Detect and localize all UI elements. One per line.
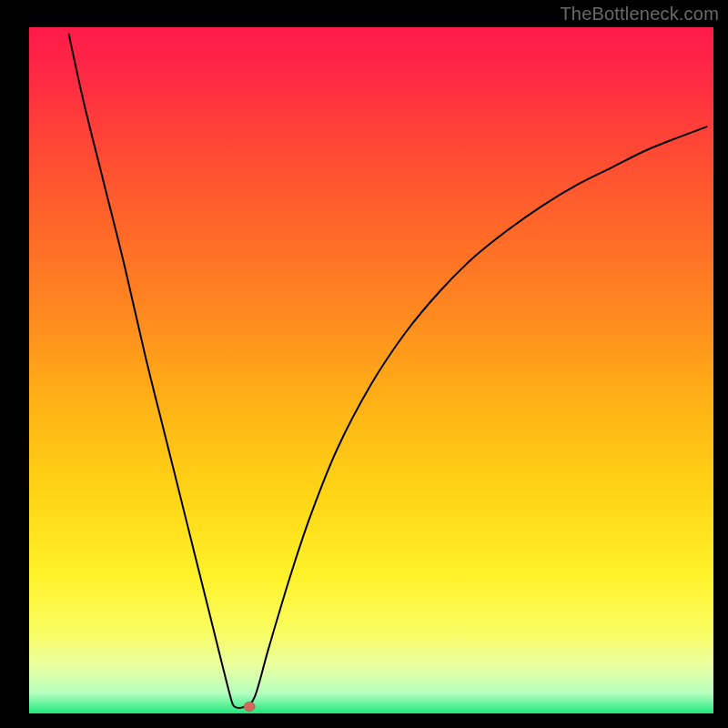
optimal-marker [244, 702, 255, 711]
chart-frame: TheBottleneck.com [0, 0, 728, 728]
plot-background [29, 27, 713, 713]
bottleneck-chart [0, 0, 728, 728]
watermark-label: TheBottleneck.com [560, 4, 719, 25]
